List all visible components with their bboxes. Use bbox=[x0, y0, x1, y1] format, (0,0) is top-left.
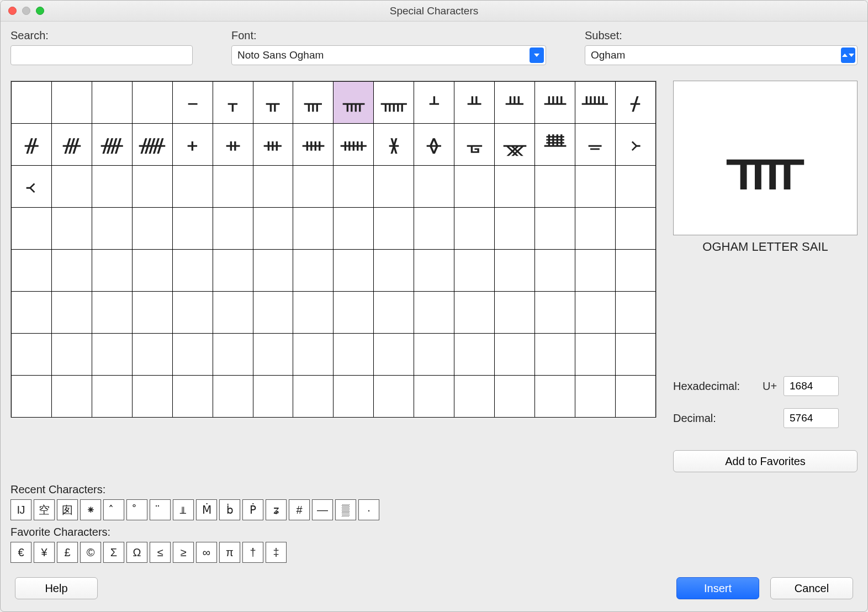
character-cell[interactable] bbox=[535, 376, 575, 418]
character-cell[interactable] bbox=[172, 166, 213, 208]
character-cell[interactable]: ᚉ bbox=[535, 82, 575, 124]
character-cell[interactable] bbox=[213, 166, 253, 208]
small-character-cell[interactable]: Ṁ bbox=[196, 499, 217, 520]
character-cell[interactable] bbox=[535, 208, 575, 250]
character-cell[interactable] bbox=[615, 166, 655, 208]
character-cell[interactable] bbox=[454, 250, 495, 292]
character-cell[interactable]: ᚄ bbox=[334, 82, 374, 124]
small-character-cell[interactable]: ¥ bbox=[34, 542, 55, 563]
character-cell[interactable] bbox=[454, 376, 495, 418]
character-cell[interactable] bbox=[132, 82, 172, 124]
character-cell[interactable]: ᚃ bbox=[293, 82, 334, 124]
small-character-cell[interactable]: π bbox=[219, 542, 240, 563]
character-cell[interactable] bbox=[51, 334, 92, 376]
character-cell[interactable] bbox=[293, 292, 334, 334]
character-cell[interactable] bbox=[132, 208, 172, 250]
character-cell[interactable]: ᚘ bbox=[495, 124, 535, 166]
character-cell[interactable] bbox=[454, 166, 495, 208]
character-cell[interactable] bbox=[51, 166, 92, 208]
character-cell[interactable]: ᚊ bbox=[575, 82, 616, 124]
character-cell[interactable] bbox=[575, 208, 616, 250]
small-character-cell[interactable]: † bbox=[242, 542, 263, 563]
character-cell[interactable] bbox=[12, 82, 52, 124]
character-cell[interactable] bbox=[293, 334, 334, 376]
character-cell[interactable] bbox=[213, 334, 253, 376]
character-cell[interactable] bbox=[374, 166, 414, 208]
character-cell[interactable] bbox=[495, 208, 535, 250]
character-cell[interactable] bbox=[293, 166, 334, 208]
character-cell[interactable] bbox=[253, 376, 293, 418]
character-cell[interactable] bbox=[92, 292, 132, 334]
character-cell[interactable] bbox=[293, 250, 334, 292]
character-cell[interactable] bbox=[92, 250, 132, 292]
dec-input[interactable] bbox=[784, 408, 839, 428]
character-cell[interactable]: ᚜ bbox=[12, 166, 52, 208]
small-character-cell[interactable]: ∞ bbox=[196, 542, 217, 563]
cancel-button[interactable]: Cancel bbox=[770, 577, 853, 599]
character-cell[interactable] bbox=[615, 376, 655, 418]
small-character-cell[interactable]: — bbox=[312, 499, 333, 520]
character-cell[interactable] bbox=[213, 376, 253, 418]
character-cell[interactable] bbox=[374, 208, 414, 250]
character-cell[interactable] bbox=[172, 82, 213, 124]
character-cell[interactable]: ᚛ bbox=[615, 124, 655, 166]
character-cell[interactable] bbox=[253, 292, 293, 334]
character-cell[interactable]: ᚎ bbox=[92, 124, 132, 166]
character-cell[interactable] bbox=[535, 334, 575, 376]
character-cell[interactable] bbox=[414, 166, 454, 208]
small-character-cell[interactable]: © bbox=[80, 542, 101, 563]
character-cell[interactable] bbox=[374, 292, 414, 334]
character-cell[interactable] bbox=[132, 334, 172, 376]
character-cell[interactable] bbox=[334, 250, 374, 292]
insert-button[interactable]: Insert bbox=[676, 577, 759, 599]
character-cell[interactable] bbox=[615, 250, 655, 292]
small-character-cell[interactable]: 空 bbox=[34, 499, 55, 520]
character-cell[interactable] bbox=[12, 208, 52, 250]
character-cell[interactable]: ᚂ bbox=[253, 82, 293, 124]
character-cell[interactable] bbox=[615, 292, 655, 334]
character-cell[interactable] bbox=[51, 208, 92, 250]
character-cell[interactable]: ᚅ bbox=[374, 82, 414, 124]
character-cell[interactable]: ᚖ bbox=[414, 124, 454, 166]
character-cell[interactable] bbox=[132, 250, 172, 292]
character-cell[interactable]: ᚚ bbox=[575, 124, 616, 166]
hex-input[interactable] bbox=[784, 376, 839, 396]
character-cell[interactable] bbox=[454, 334, 495, 376]
character-cell[interactable] bbox=[575, 292, 616, 334]
small-character-cell[interactable]: ‡ bbox=[266, 542, 287, 563]
search-input[interactable] bbox=[10, 45, 193, 65]
character-cell[interactable] bbox=[132, 292, 172, 334]
character-cell[interactable] bbox=[575, 250, 616, 292]
character-cell[interactable] bbox=[132, 376, 172, 418]
character-cell[interactable] bbox=[495, 166, 535, 208]
character-cell[interactable] bbox=[535, 166, 575, 208]
character-cell[interactable] bbox=[414, 208, 454, 250]
character-cell[interactable] bbox=[213, 292, 253, 334]
small-character-cell[interactable]: Ω bbox=[126, 542, 147, 563]
character-cell[interactable] bbox=[92, 166, 132, 208]
character-cell[interactable] bbox=[12, 292, 52, 334]
small-character-cell[interactable]: ̂ bbox=[103, 499, 124, 520]
character-cell[interactable] bbox=[334, 166, 374, 208]
subset-select[interactable]: Ogham bbox=[585, 45, 858, 65]
character-cell[interactable] bbox=[414, 334, 454, 376]
small-character-cell[interactable]: ʑ bbox=[266, 499, 287, 520]
small-character-cell[interactable]: · bbox=[358, 499, 379, 520]
small-character-cell[interactable]: ≥ bbox=[173, 542, 194, 563]
character-cell[interactable] bbox=[374, 250, 414, 292]
character-cell[interactable] bbox=[253, 334, 293, 376]
character-cell[interactable]: ᚌ bbox=[12, 124, 52, 166]
character-cell[interactable] bbox=[253, 250, 293, 292]
small-character-cell[interactable]: # bbox=[289, 499, 310, 520]
character-cell[interactable] bbox=[51, 82, 92, 124]
small-character-cell[interactable]: Σ bbox=[103, 542, 124, 563]
character-cell[interactable] bbox=[495, 250, 535, 292]
character-cell[interactable] bbox=[12, 376, 52, 418]
character-cell[interactable] bbox=[575, 334, 616, 376]
character-cell[interactable] bbox=[334, 376, 374, 418]
character-cell[interactable] bbox=[454, 292, 495, 334]
character-cell[interactable] bbox=[51, 292, 92, 334]
character-cell[interactable] bbox=[495, 376, 535, 418]
character-cell[interactable] bbox=[92, 334, 132, 376]
character-cell[interactable] bbox=[253, 208, 293, 250]
